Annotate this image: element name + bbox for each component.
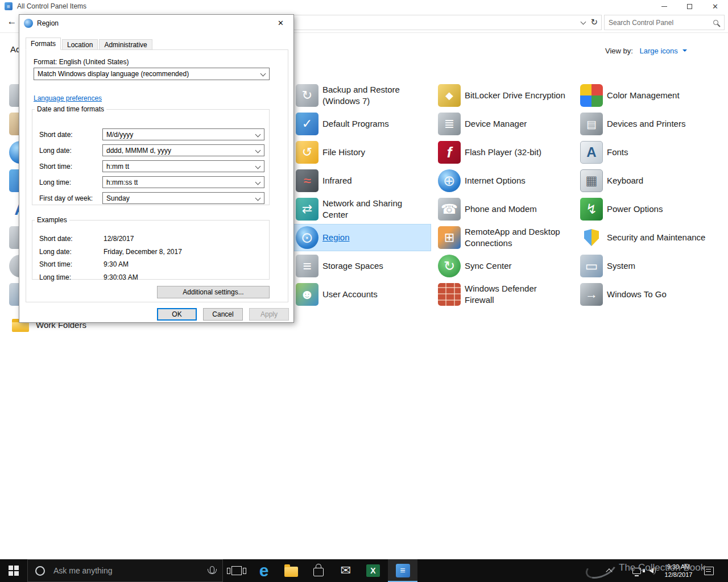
view-by-value[interactable]: Large icons bbox=[640, 47, 678, 55]
keyboard-icon bbox=[580, 169, 603, 192]
task-view-button[interactable] bbox=[223, 559, 250, 582]
chevron-down-icon[interactable] bbox=[682, 49, 687, 54]
clock-date: 12/8/2017 bbox=[665, 571, 693, 579]
cp-item-sync-center[interactable]: Sync Center bbox=[436, 253, 575, 279]
cp-item-devices-and-printers[interactable]: Devices and Printers bbox=[578, 111, 720, 137]
cp-item-keyboard[interactable]: Keyboard bbox=[578, 168, 720, 194]
region-dialog: Region ✕ Formats Location Administrative… bbox=[19, 14, 294, 323]
tab-formats[interactable]: Formats bbox=[26, 38, 61, 50]
microphone-icon[interactable] bbox=[210, 566, 214, 573]
firewall-icon bbox=[438, 283, 461, 306]
excel-taskbar-button[interactable]: X bbox=[359, 559, 387, 582]
example-label: Long date: bbox=[39, 248, 104, 256]
cp-item-default-programs[interactable]: Default Programs bbox=[293, 111, 431, 137]
cp-item-color-management[interactable]: Color Management bbox=[578, 82, 720, 109]
cp-item-region[interactable]: Region bbox=[293, 225, 431, 251]
hidden-icons-button[interactable] bbox=[602, 559, 617, 582]
long-date-dropdown[interactable]: dddd, MMMM d, yyyy bbox=[102, 144, 264, 156]
control-panel-window-icon: ≡ bbox=[5, 2, 13, 10]
action-center-button[interactable] bbox=[698, 559, 719, 582]
example-label: Short date: bbox=[39, 235, 104, 243]
example-row: Short date: 12/8/2017 bbox=[39, 234, 264, 243]
cp-item-network-sharing-center[interactable]: Network and Sharing Center bbox=[293, 196, 431, 222]
start-button[interactable] bbox=[0, 559, 27, 582]
file-explorer-taskbar-button[interactable] bbox=[278, 559, 305, 582]
cp-item-label: Backup and Restore (Windows 7) bbox=[322, 84, 413, 107]
devices-printers-icon bbox=[580, 113, 603, 135]
user-accounts-icon bbox=[296, 283, 318, 306]
short-date-dropdown[interactable]: M/d/yyyy bbox=[102, 128, 264, 140]
cp-item-storage-spaces[interactable]: Storage Spaces bbox=[293, 253, 431, 279]
additional-settings-button[interactable]: Additional settings... bbox=[157, 286, 270, 298]
cp-item-infrared[interactable]: Infrared bbox=[293, 168, 431, 194]
date-time-formats-group: Date and time formats Short date: M/d/yy… bbox=[32, 105, 270, 205]
refresh-icon[interactable]: ↻ bbox=[590, 17, 598, 27]
short-time-dropdown[interactable]: h:mm tt bbox=[102, 160, 264, 172]
view-by-label: View by: bbox=[605, 47, 633, 55]
cp-item-windows-to-go[interactable]: Windows To Go bbox=[578, 281, 720, 307]
remoteapp-icon bbox=[438, 226, 461, 249]
dialog-close-button[interactable]: ✕ bbox=[268, 15, 293, 31]
apply-button: Apply bbox=[249, 308, 289, 321]
cancel-button[interactable]: Cancel bbox=[203, 308, 243, 321]
example-value: 9:30 AM bbox=[104, 260, 129, 268]
group-label: Date and time formats bbox=[35, 105, 106, 113]
cp-item-label: Keyboard bbox=[607, 175, 643, 186]
dropdown-value: dddd, MMMM d, yyyy bbox=[106, 147, 171, 155]
cp-item-internet-options[interactable]: Internet Options bbox=[436, 168, 575, 194]
short-time-row: Short time: h:mm tt bbox=[39, 160, 264, 172]
cp-item-device-manager[interactable]: Device Manager bbox=[436, 111, 575, 137]
cp-item-file-history[interactable]: File History bbox=[293, 139, 431, 165]
search-icon[interactable] bbox=[713, 20, 718, 25]
cp-item-label: File History bbox=[322, 147, 365, 158]
cp-item-phone-and-modem[interactable]: Phone and Modem bbox=[436, 196, 575, 222]
store-taskbar-button[interactable] bbox=[305, 559, 332, 582]
group-label: Examples bbox=[35, 216, 69, 224]
maximize-button[interactable] bbox=[677, 0, 702, 13]
back-button[interactable]: ← bbox=[6, 16, 18, 30]
cp-item-fonts[interactable]: Fonts bbox=[578, 139, 720, 165]
cp-item-power-options[interactable]: Power Options bbox=[578, 196, 720, 222]
tab-location[interactable]: Location bbox=[62, 39, 98, 50]
cp-item-user-accounts[interactable]: User Accounts bbox=[293, 281, 431, 307]
fonts-icon bbox=[580, 141, 603, 164]
volume-tray-button[interactable] bbox=[644, 559, 659, 582]
search-box bbox=[604, 15, 725, 30]
control-panel-taskbar-button[interactable]: ≡ bbox=[388, 559, 417, 582]
short-date-row: Short date: M/d/yyyy bbox=[39, 128, 264, 140]
mail-icon: ✉ bbox=[341, 563, 351, 578]
search-input[interactable] bbox=[609, 19, 710, 27]
format-dropdown[interactable]: Match Windows display language (recommen… bbox=[34, 68, 270, 80]
cp-item-windows-defender-firewall[interactable]: Windows Defender Firewall bbox=[436, 281, 575, 307]
ok-button[interactable]: OK bbox=[157, 308, 197, 321]
mail-taskbar-button[interactable]: ✉ bbox=[332, 559, 359, 582]
minimize-button[interactable] bbox=[651, 0, 677, 13]
close-button[interactable]: ✕ bbox=[702, 0, 728, 13]
cp-item-label: Phone and Modem bbox=[465, 203, 537, 215]
long-time-row: Long time: h:mm:ss tt bbox=[39, 176, 264, 188]
format-dropdown-value: Match Windows display language (recommen… bbox=[38, 70, 189, 78]
cortana-search-box[interactable]: Ask me anything bbox=[27, 559, 223, 582]
taskbar-clock[interactable]: 9:30 AM 12/8/2017 bbox=[661, 559, 696, 582]
cp-item-backup-and-restore[interactable]: Backup and Restore (Windows 7) bbox=[293, 82, 431, 109]
language-preferences-link[interactable]: Language preferences bbox=[34, 94, 102, 102]
cp-item-label: Network and Sharing Center bbox=[322, 198, 409, 221]
cp-item-label: Sync Center bbox=[465, 260, 512, 272]
cp-item-security-and-maintenance[interactable]: Security and Maintenance bbox=[578, 225, 720, 251]
first-day-dropdown[interactable]: Sunday bbox=[102, 192, 264, 204]
chevron-up-icon bbox=[606, 568, 612, 575]
cp-item-bitlocker[interactable]: BitLocker Drive Encryption bbox=[436, 82, 575, 109]
address-dropdown-icon[interactable] bbox=[581, 19, 586, 25]
cp-item-system[interactable]: System bbox=[578, 253, 720, 279]
cp-item-flash-player[interactable]: Flash Player (32-bit) bbox=[436, 139, 575, 165]
edge-taskbar-button[interactable]: e bbox=[250, 559, 278, 582]
long-time-dropdown[interactable]: h:mm:ss tt bbox=[102, 176, 264, 188]
internet-options-icon bbox=[438, 169, 461, 192]
bitlocker-icon bbox=[438, 84, 461, 107]
cp-item-remoteapp[interactable]: RemoteApp and Desktop Connections bbox=[436, 225, 575, 251]
tab-administrative[interactable]: Administrative bbox=[99, 39, 152, 50]
network-tray-button[interactable] bbox=[629, 559, 644, 582]
example-value: 9:30:03 AM bbox=[104, 273, 138, 281]
examples-group: Examples Short date: 12/8/2017 Long date… bbox=[32, 216, 270, 280]
dialog-title: Region bbox=[37, 19, 59, 27]
